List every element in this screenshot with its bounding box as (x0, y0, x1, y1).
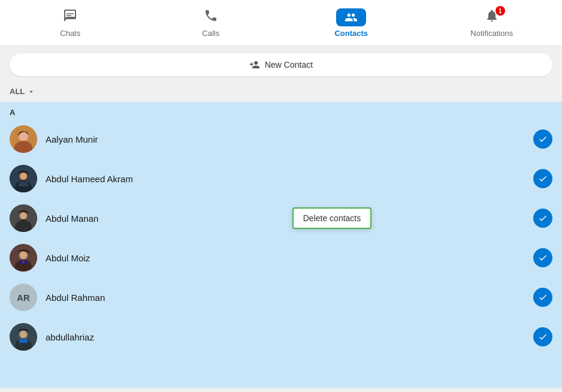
avatar-photo (10, 323, 37, 351)
avatar-photo (10, 244, 37, 272)
check-button[interactable] (533, 169, 552, 188)
avatar (10, 204, 37, 232)
nav-item-contacts[interactable]: Contacts (281, 0, 422, 46)
avatar-photo (10, 165, 37, 192)
contact-list: A Aalyan Munir (0, 102, 562, 388)
avatar (10, 165, 37, 192)
add-person-icon (249, 59, 260, 70)
svg-point-5 (19, 132, 28, 141)
section-letter-a: A (0, 102, 562, 119)
contact-item[interactable]: Abdul Manan Delete contacts (0, 198, 562, 238)
new-contact-button[interactable]: New Contact (10, 53, 552, 76)
contact-name: Abdul Hameed Akram (46, 174, 525, 184)
chat-icon (63, 8, 77, 26)
check-button[interactable] (533, 288, 552, 307)
nav-calls-label: Calls (202, 29, 219, 38)
check-button[interactable] (533, 129, 552, 149)
svg-rect-0 (67, 13, 74, 14)
svg-rect-10 (19, 182, 28, 186)
svg-point-14 (20, 212, 27, 219)
check-button[interactable] (533, 327, 552, 346)
avatar-silhouette (10, 125, 37, 153)
contact-name: abdullahriaz (46, 332, 525, 342)
contact-item[interactable]: Abdul Hameed Akram (0, 159, 562, 198)
filter-row[interactable]: ALL (0, 83, 562, 102)
svg-point-18 (20, 252, 27, 259)
contact-item[interactable]: AR Abdul Rahman (0, 278, 562, 317)
filter-label: ALL (10, 87, 25, 96)
nav-item-notifications[interactable]: 1 Notifications (422, 0, 563, 46)
content-area: New Contact ALL A Aalyan Munir (0, 46, 562, 392)
nav-chats-label: Chats (60, 29, 80, 38)
new-contact-bar: New Contact (0, 46, 562, 83)
check-button[interactable] (533, 209, 552, 228)
contact-item[interactable]: abdullahriaz (0, 317, 562, 357)
svg-point-24 (20, 331, 27, 338)
avatar: AR (10, 284, 37, 311)
nav-contacts-label: Contacts (334, 29, 368, 38)
contact-item[interactable]: Abdul Moiz (0, 238, 562, 278)
context-menu[interactable]: Delete contacts (292, 207, 372, 229)
chevron-down-icon (27, 88, 35, 96)
notification-badge: 1 (495, 6, 505, 16)
check-button[interactable] (533, 248, 552, 267)
contact-item[interactable]: Aalyan Munir (0, 119, 562, 159)
svg-point-9 (20, 173, 27, 180)
nav-item-calls[interactable]: Calls (141, 0, 282, 46)
new-contact-label: New Contact (265, 60, 313, 70)
avatar (10, 125, 37, 153)
call-icon (204, 8, 218, 26)
top-navigation: Chats Calls Contacts 1 Notifications (0, 0, 562, 46)
contact-name: Aalyan Munir (46, 134, 525, 144)
svg-rect-25 (19, 339, 28, 343)
avatar (10, 323, 37, 351)
avatar-photo (10, 204, 37, 232)
avatar (10, 244, 37, 272)
nav-notifications-label: Notifications (470, 29, 513, 38)
delete-contacts-label: Delete contacts (303, 213, 361, 223)
contact-name: Abdul Rahman (46, 293, 525, 303)
svg-rect-1 (67, 15, 71, 16)
contacts-icon-bg (336, 8, 366, 26)
contact-name: Abdul Moiz (46, 253, 525, 263)
nav-item-chats[interactable]: Chats (0, 0, 141, 46)
contact-name: Abdul Manan (46, 213, 525, 224)
